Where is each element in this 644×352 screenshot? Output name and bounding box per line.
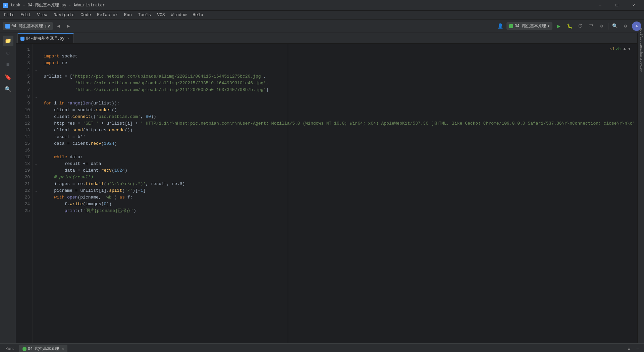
notifications-sidebar[interactable]: Notifications [638,37,644,42]
coverage-button[interactable]: 🛡 [587,22,595,31]
run-session-icon [22,347,26,351]
back-button[interactable]: ◀ [54,22,63,31]
bottom-panel: Run: 04-爬虫基本原理 × ⚙ ─ ▶ ■ ↩ 📌 ⬇ ↩ 🔖 🗑 [0,343,644,352]
tab-run-session[interactable]: 04-爬虫基本原理 × [19,345,67,352]
menu-refactor[interactable]: Refactor [94,11,120,18]
toolbar-right: 👤 04-爬虫基本原理 ▾ ▶ 🐛 ⏱ 🛡 ⚙ 🔍 ⚙ A [496,21,641,31]
run-label: Run: [5,347,15,351]
menu-bar: File Edit View Navigate Code Refactor Ru… [0,11,644,19]
editor-warnings: ⚠1 ✓5 ▲ ▼ [610,46,631,51]
scyview-sidebar[interactable]: Scyview [638,62,644,68]
menu-tools[interactable]: Tools [135,11,154,18]
left-sidebar: 📁 ⊙ ≡ 🔖 🔍 [0,33,16,343]
file-tabs: 04-爬虫基本原理.py × [16,33,637,44]
code-content[interactable]: import socket import re urllist = ['http… [40,44,637,343]
settings-gear[interactable]: ⚙ [625,345,633,352]
toolbar: 04-爬虫基本原理.py ◀ ▶ 👤 04-爬虫基本原理 ▾ ▶ 🐛 ⏱ 🛡 ⚙… [0,19,644,33]
minimize-panel[interactable]: ─ [634,345,641,352]
run-with-button[interactable]: ⚙ [597,22,606,31]
sidebar-project[interactable]: 📁 [3,36,13,46]
window-title: task - 04-爬虫基本原理.py - Administrator [11,2,105,8]
bottom-tabs-right: ⚙ ─ [625,345,641,352]
menu-view[interactable]: View [34,11,50,18]
settings-button[interactable]: ⚙ [621,22,630,31]
menu-navigate[interactable]: Navigate [51,11,77,18]
run-config-dropdown[interactable]: 04-爬虫基本原理 ▾ [506,22,552,30]
forward-button[interactable]: ▶ [64,22,73,31]
run-config-icon [509,24,513,28]
bottom-tabs: Run: 04-爬虫基本原理 × ⚙ ─ [0,344,644,352]
sidebar-find[interactable]: 🔍 [3,84,13,95]
file-tab-main[interactable]: 04-爬虫基本原理.py × [17,33,74,43]
menu-edit[interactable]: Edit [18,11,34,18]
line-numbers: 1 2 3 4 5 6 7 8 9 10 11 12 13 14 15 16 1… [16,44,33,343]
file-tab-label: 04-爬虫基本原理.py [26,36,64,41]
run-config-label: 04-爬虫基本原理 [515,23,546,29]
code-editor[interactable]: 1 2 3 4 5 6 7 8 9 10 11 12 13 14 15 16 1… [16,44,637,343]
app-icon: ⚡ [3,3,8,8]
window-controls: ─ □ ✕ [592,0,641,11]
dropdown-arrow: ▾ [547,24,550,29]
debug-button[interactable]: 🐛 [565,22,574,31]
profile-button[interactable]: ⏱ [576,22,585,31]
sidebar-structure[interactable]: ≡ [3,60,13,71]
editor-divider [288,44,288,343]
search-button[interactable]: 🔍 [610,22,619,31]
user-icon[interactable]: 👤 [496,22,504,31]
editor-controls: ▲ ▼ [623,47,631,51]
bottom-tabs-left: Run: 04-爬虫基本原理 × [3,345,67,352]
toolbar-divider [608,23,608,30]
editor-area: 04-爬虫基本原理.py × 1 2 3 4 5 6 7 8 9 10 11 1… [16,33,637,343]
title-bar-left: ⚡ task - 04-爬虫基本原理.py - Administrator [3,2,105,8]
menu-code[interactable]: Code [78,11,94,18]
menu-window[interactable]: Window [168,11,190,18]
run-session-close[interactable]: × [62,347,64,351]
right-sidebar: Notifications Database Scyview [637,33,644,343]
toolbar-left: 04-爬虫基本原理.py ◀ ▶ [3,22,73,31]
file-tab-icon [20,37,24,41]
project-tab[interactable]: 04-爬虫基本原理.py [3,22,53,30]
file-tab-close[interactable]: × [67,37,69,41]
run-session-label: 04-爬虫基本原理 [28,346,59,352]
run-tab-label[interactable]: Run: [3,345,18,352]
database-sidebar[interactable]: Database [638,50,644,55]
maximize-button[interactable]: □ [609,0,625,11]
sidebar-bookmarks[interactable]: 🔖 [3,72,13,83]
minimize-button[interactable]: ─ [592,0,608,11]
menu-file[interactable]: File [1,11,17,18]
menu-help[interactable]: Help [190,11,206,18]
main-area: 📁 ⊙ ≡ 🔖 🔍 04-爬虫基本原理.py × 1 2 3 4 5 6 7 [0,33,644,343]
warning-count: ⚠1 [610,46,614,51]
close-button[interactable]: ✕ [626,0,641,11]
sidebar-commit[interactable]: ⊙ [3,48,13,58]
title-bar: ⚡ task - 04-爬虫基本原理.py - Administrator ─ … [0,0,644,11]
menu-run[interactable]: Run [121,11,135,18]
ok-count: ✓5 [616,46,621,51]
project-icon [5,24,10,29]
menu-vcs[interactable]: VCS [154,11,167,18]
project-name: 04-爬虫基本原理.py [11,23,50,29]
gutter: ⌄ ⌄ ⌄ ⌄ [33,44,40,343]
run-button[interactable]: ▶ [554,22,563,31]
